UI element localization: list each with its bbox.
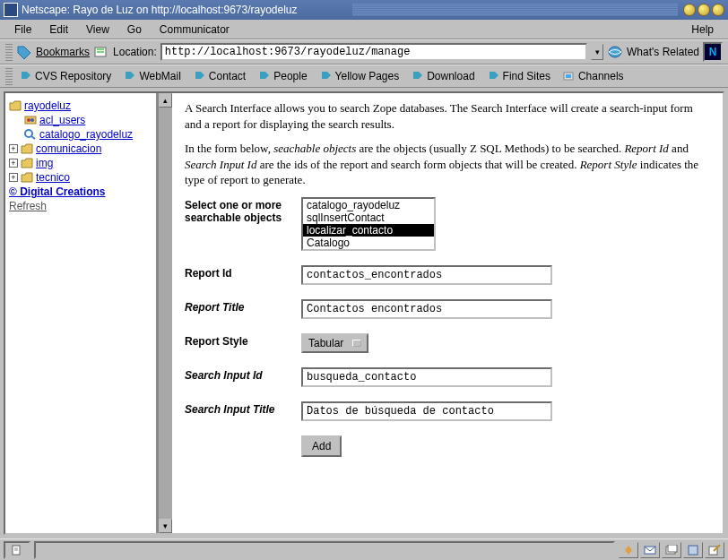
users-icon xyxy=(24,115,37,125)
tb-cvs-label: CVS Repository xyxy=(35,70,111,82)
svg-rect-3 xyxy=(566,74,571,78)
tb-yellow-label: Yellow Pages xyxy=(335,70,400,82)
close-button[interactable] xyxy=(712,4,724,16)
minimize-button[interactable] xyxy=(683,4,696,16)
content-area: rayodeluz acl_users catalogo_rayodeluz +… xyxy=(0,88,728,538)
menu-go[interactable]: Go xyxy=(118,22,151,38)
whats-related-icon[interactable] xyxy=(607,45,623,59)
report-id-input[interactable] xyxy=(301,265,552,285)
scroll-track[interactable] xyxy=(159,108,172,519)
tb-webmail-label: WebMail xyxy=(139,70,180,82)
searchable-objects-listbox[interactable]: catalogo_rayodeluz sqlInsertContact loca… xyxy=(301,197,436,251)
report-title-input[interactable] xyxy=(301,299,552,319)
report-id-label: Report Id xyxy=(185,265,301,280)
scroll-down-button[interactable]: ▾ xyxy=(159,519,172,533)
bookmark-icon xyxy=(258,71,271,82)
tree-tecnico[interactable]: + tecnico xyxy=(9,170,152,185)
tree-root[interactable]: rayodeluz xyxy=(9,99,152,113)
status-nav-icon[interactable] xyxy=(619,542,638,558)
toolbar2-drag-handle[interactable] xyxy=(5,67,13,85)
svg-point-7 xyxy=(25,130,32,137)
search-input-title-label: Search Input Title xyxy=(185,401,301,416)
tb-download[interactable]: Download xyxy=(406,69,480,83)
channels-icon xyxy=(563,71,576,82)
report-style-label: Report Style xyxy=(185,333,301,348)
tree-acl[interactable]: acl_users xyxy=(9,113,152,127)
bookmark-icon xyxy=(124,71,136,82)
tb-cvs[interactable]: CVS Repository xyxy=(14,69,117,83)
status-news-icon[interactable] xyxy=(662,542,681,558)
tb-yellow[interactable]: Yellow Pages xyxy=(315,69,405,83)
expand-icon[interactable]: + xyxy=(9,173,18,182)
folder-icon xyxy=(21,158,33,168)
toolbar-drag-handle[interactable] xyxy=(5,43,13,61)
bookmark-icon xyxy=(194,71,206,82)
expand-icon[interactable]: + xyxy=(9,144,18,153)
tb-contact-label: Contact xyxy=(209,70,246,82)
bookmark-icon xyxy=(488,71,500,82)
intro-paragraph-2: In the form below, seachable objects are… xyxy=(185,141,710,188)
svg-point-1 xyxy=(609,47,621,57)
list-item[interactable]: sqlInsertContact xyxy=(303,211,434,224)
add-button[interactable]: Add xyxy=(301,435,342,457)
tb-channels[interactable]: Channels xyxy=(558,69,629,83)
refresh-link[interactable]: Refresh xyxy=(9,199,152,213)
report-style-value: Tabular xyxy=(308,337,343,349)
netscape-window: Netscape: Rayo de Luz on http://localhos… xyxy=(0,0,728,560)
status-addressbook-icon[interactable] xyxy=(683,542,703,558)
whats-related-label[interactable]: What's Related xyxy=(627,46,699,58)
menu-view[interactable]: View xyxy=(77,22,118,38)
report-title-label: Report Title xyxy=(185,299,301,314)
expand-icon[interactable]: + xyxy=(9,159,18,168)
bookmark-icon xyxy=(320,71,333,82)
folder-icon xyxy=(21,172,33,183)
scroll-up-button[interactable]: ▴ xyxy=(159,93,172,108)
tb-people[interactable]: People xyxy=(253,69,312,83)
menu-file[interactable]: File xyxy=(5,22,40,38)
tb-download-label: Download xyxy=(427,70,474,82)
url-dropdown-button[interactable]: ▾ xyxy=(591,44,603,60)
tb-webmail[interactable]: WebMail xyxy=(118,69,186,83)
location-toolbar: Bookmarks Location: ▾ What's Related N xyxy=(0,39,728,65)
svg-line-8 xyxy=(31,136,35,139)
menu-help[interactable]: Help xyxy=(682,22,723,38)
tb-contact[interactable]: Contact xyxy=(188,69,251,83)
location-label: Location: xyxy=(113,46,157,58)
search-input-title-input[interactable] xyxy=(301,401,552,421)
menu-edit[interactable]: Edit xyxy=(40,22,77,38)
tree-catalogo-label: catalogo_rayodeluz xyxy=(39,128,133,141)
dropdown-icon xyxy=(352,340,361,347)
list-item[interactable]: Catalogo xyxy=(303,237,434,249)
tb-find-label: Find Sites xyxy=(503,70,550,82)
report-style-select[interactable]: Tabular xyxy=(301,333,368,353)
magnifier-icon xyxy=(24,129,37,140)
tb-find[interactable]: Find Sites xyxy=(482,69,556,83)
status-security-icon[interactable] xyxy=(4,541,30,559)
location-icon xyxy=(93,45,109,59)
personal-toolbar: CVS Repository WebMail Contact People Ye… xyxy=(0,65,728,88)
titlebar-buttons xyxy=(683,4,724,16)
digital-creations-link[interactable]: © Digital Creations xyxy=(9,185,152,199)
menu-communicator[interactable]: Communicator xyxy=(151,22,238,38)
app-icon xyxy=(4,3,18,17)
tree-catalogo[interactable]: catalogo_rayodeluz xyxy=(9,127,152,142)
list-item[interactable]: catalogo_rayodeluz xyxy=(303,199,434,211)
bookmarks-label[interactable]: Bookmarks xyxy=(36,46,90,58)
netscape-throbber-icon[interactable]: N xyxy=(703,42,723,62)
status-icons xyxy=(619,542,724,558)
searchable-objects-label: Select one or more searchable objects xyxy=(185,197,301,224)
tb-channels-label: Channels xyxy=(578,70,624,82)
status-composer-icon[interactable] xyxy=(705,542,724,558)
tree-comunicacion[interactable]: + comunicacion xyxy=(9,142,152,156)
sidebar-scrollbar[interactable]: ▴ ▾ xyxy=(158,93,172,533)
folder-icon xyxy=(21,143,33,154)
search-input-id-input[interactable] xyxy=(301,367,552,387)
list-item-selected[interactable]: localizar_contacto xyxy=(303,224,434,237)
bookmarks-icon[interactable] xyxy=(16,45,32,59)
svg-rect-15 xyxy=(689,546,698,555)
status-mail-icon[interactable] xyxy=(640,542,660,558)
tree-img[interactable]: + img xyxy=(9,156,152,170)
url-input[interactable] xyxy=(160,43,587,61)
svg-rect-14 xyxy=(668,545,677,552)
maximize-button[interactable] xyxy=(698,4,710,16)
